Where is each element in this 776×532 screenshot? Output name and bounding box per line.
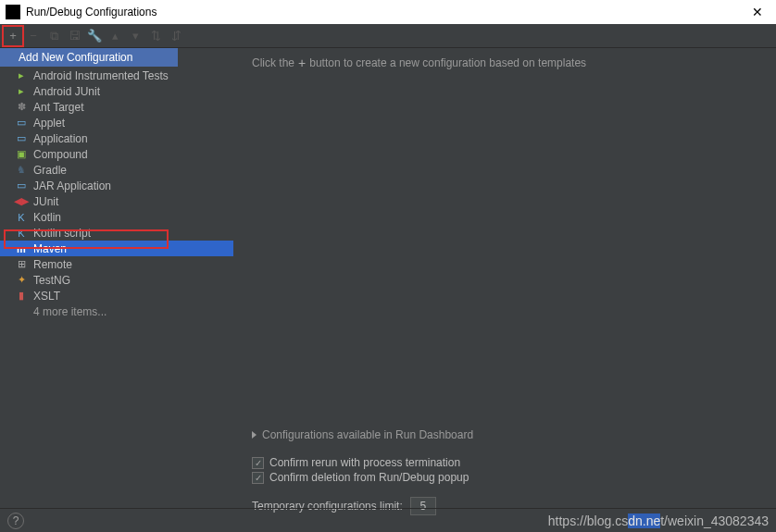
config-item-label: Ant Target xyxy=(33,101,83,114)
maven-icon: m xyxy=(15,242,28,255)
config-item-applet[interactable]: ▭Applet xyxy=(0,115,233,130)
config-item-remote[interactable]: ⊞Remote xyxy=(0,256,233,272)
xslt-icon: ▮ xyxy=(15,290,28,303)
config-item-label: JUnit xyxy=(33,195,58,208)
plus-icon: + xyxy=(298,56,306,70)
checkbox-icon[interactable]: ✓ xyxy=(252,472,264,484)
config-item-gradle[interactable]: ♞Gradle xyxy=(0,162,233,178)
compound-icon: ▣ xyxy=(15,148,28,161)
config-item-label: Kotlin script xyxy=(33,227,91,240)
more-items[interactable]: 4 more items... xyxy=(0,303,233,320)
close-icon[interactable]: ✕ xyxy=(745,3,770,21)
hint-text: Click the + button to create a new confi… xyxy=(252,56,757,70)
sidebar: Add New Configuration ▸Android Instrumen… xyxy=(0,48,233,532)
config-item-kotlin[interactable]: KKotlin xyxy=(0,209,233,225)
titlebar: Run/Debug Configurations ✕ xyxy=(0,0,776,24)
gradle-icon: ♞ xyxy=(15,164,28,177)
android-icon: ▸ xyxy=(15,69,28,82)
config-item-maven[interactable]: mMaven xyxy=(0,241,233,256)
config-item-ant-target[interactable]: ✽Ant Target xyxy=(0,99,233,115)
remote-icon: ⊞ xyxy=(15,258,28,271)
config-item-xslt[interactable]: ▮XSLT xyxy=(0,288,233,303)
window-title: Run/Debug Configurations xyxy=(26,6,156,19)
checkbox-icon[interactable]: ✓ xyxy=(252,457,264,469)
config-item-kotlin-script[interactable]: KKotlin script xyxy=(0,225,233,241)
config-item-label: Android JUnit xyxy=(33,85,100,98)
kotlin-icon: K xyxy=(15,227,28,240)
watermark: https://blog.csdn.net/weixin_43082343 xyxy=(548,513,769,528)
config-item-label: Gradle xyxy=(33,164,67,177)
config-item-label: TestNG xyxy=(33,274,70,287)
add-button[interactable]: + xyxy=(4,27,22,45)
config-item-compound[interactable]: ▣Compound xyxy=(0,146,233,162)
junit-icon: ◀▶ xyxy=(15,195,28,208)
toolbar: + − ⧉ 🖫 🔧 ▴ ▾ ⇅ ⇵ xyxy=(0,24,776,48)
config-item-label: Applet xyxy=(33,117,65,130)
kotlin-icon: K xyxy=(15,211,28,224)
config-item-label: JAR Application xyxy=(33,179,111,192)
config-item-label: XSLT xyxy=(33,290,60,303)
content-panel: Click the + button to create a new confi… xyxy=(233,48,776,532)
config-item-label: Application xyxy=(33,132,88,145)
save-button[interactable]: 🖫 xyxy=(65,27,83,45)
config-dropdown: Add New Configuration ▸Android Instrumen… xyxy=(0,48,233,320)
app-icon xyxy=(6,5,20,19)
android-icon: ▸ xyxy=(15,85,28,98)
config-item-label: Maven xyxy=(33,242,67,255)
config-item-label: Remote xyxy=(33,258,72,271)
chevron-right-icon xyxy=(252,431,257,439)
copy-button[interactable]: ⧉ xyxy=(44,27,63,45)
config-item-label: Compound xyxy=(33,148,88,161)
config-item-android-junit[interactable]: ▸Android JUnit xyxy=(0,83,233,99)
config-item-testng[interactable]: ✦TestNG xyxy=(0,272,233,288)
up-button[interactable]: ▴ xyxy=(106,27,124,45)
applet-icon: ▭ xyxy=(15,117,28,130)
expand-button[interactable]: ⇅ xyxy=(146,27,165,45)
ant-icon: ✽ xyxy=(15,101,28,114)
config-item-android-instrumented-tests[interactable]: ▸Android Instrumented Tests xyxy=(0,68,233,83)
down-button[interactable]: ▾ xyxy=(126,27,144,45)
dropdown-header: Add New Configuration xyxy=(0,48,178,67)
app-icon: ▭ xyxy=(15,132,28,145)
config-item-label: Android Instrumented Tests xyxy=(33,69,169,82)
collapse-button[interactable]: ⇵ xyxy=(167,27,185,45)
checkbox-deletion[interactable]: ✓ Confirm deletion from Run/Debug popup xyxy=(252,471,757,484)
main-area: Add New Configuration ▸Android Instrumen… xyxy=(0,48,776,532)
wrench-icon[interactable]: 🔧 xyxy=(85,27,104,45)
config-item-application[interactable]: ▭Application xyxy=(0,130,233,146)
config-list: ▸Android Instrumented Tests▸Android JUni… xyxy=(0,68,233,303)
config-item-jar-application[interactable]: ▭JAR Application xyxy=(0,178,233,193)
remove-button[interactable]: − xyxy=(24,27,43,45)
footer: ? https://blog.csdn.net/weixin_43082343 xyxy=(0,508,776,532)
dashboard-expander[interactable]: Configurations available in Run Dashboar… xyxy=(252,428,757,441)
jar-icon: ▭ xyxy=(15,179,28,192)
config-item-label: Kotlin xyxy=(33,211,61,224)
checkbox-rerun[interactable]: ✓ Confirm rerun with process termination xyxy=(252,456,757,469)
help-icon[interactable]: ? xyxy=(7,513,24,529)
testng-icon: ✦ xyxy=(15,274,28,287)
config-item-junit[interactable]: ◀▶JUnit xyxy=(0,193,233,209)
